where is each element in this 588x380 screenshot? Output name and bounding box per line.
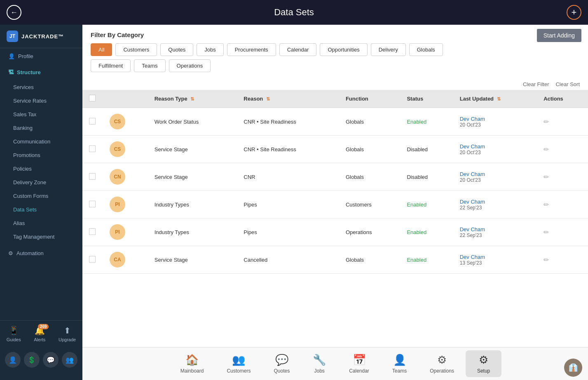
row-avatar-row2: CS — [110, 141, 125, 157]
nav-mainboard[interactable]: 🏠 Mainboard — [169, 350, 216, 377]
row-checkbox-row6[interactable] — [89, 256, 96, 263]
row-avatar-cell: CA — [103, 246, 148, 274]
sidebar-item-profile[interactable]: 👤 Profile — [0, 48, 82, 64]
nav-teams[interactable]: 👤 Teams — [381, 350, 418, 377]
quotes-icon: 💬 — [275, 354, 288, 366]
filter-teams[interactable]: Teams — [134, 59, 165, 72]
row-edit-row3[interactable]: ✏ — [543, 174, 549, 181]
sidebar-item-sales-tax[interactable]: Sales Tax — [0, 108, 82, 121]
page-title: Data Sets — [274, 7, 314, 18]
row-reason-cell: Cancelled — [237, 246, 339, 274]
content-area: Start Adding Filter By Category All Cust… — [82, 25, 588, 347]
clear-sort-button[interactable]: Clear Sort — [555, 81, 580, 87]
row-edit-row4[interactable]: ✏ — [543, 201, 549, 208]
row-checkbox-row4[interactable] — [89, 201, 96, 207]
row-actions-cell: ✏ — [537, 218, 588, 246]
row-status-cell: Enabled — [400, 108, 453, 136]
table-row: CA Service Stage Cancelled Globals Enabl… — [82, 246, 588, 274]
col-reason[interactable]: Reason ⇅ — [237, 90, 339, 108]
row-last-updated-cell: Dev Cham 20 Oct'23 — [453, 136, 537, 163]
sidebar-item-tag-management[interactable]: Tag Management — [0, 230, 82, 244]
filter-customers[interactable]: Customers — [115, 43, 157, 56]
filter-quotes[interactable]: Quotes — [160, 43, 193, 56]
sidebar-item-service-rates[interactable]: Service Rates — [0, 94, 82, 108]
sidebar-item-services[interactable]: Services — [0, 80, 82, 94]
add-button[interactable]: + — [567, 5, 581, 20]
guides-button[interactable]: 📱 Guides — [7, 326, 21, 342]
row-function-cell: Globals — [339, 246, 401, 274]
select-all-checkbox[interactable] — [89, 95, 96, 101]
nav-jobs[interactable]: 🔧 Jobs — [301, 350, 337, 377]
filter-delivery[interactable]: Delivery — [371, 43, 406, 56]
alerts-label: Alerts — [34, 337, 45, 342]
filter-opportunities[interactable]: Opportunities — [320, 43, 367, 56]
row-function-cell: Globals — [339, 108, 401, 136]
bottom-dollar-icon[interactable]: 💲 — [24, 352, 40, 368]
sidebar-item-banking[interactable]: Banking — [0, 121, 82, 135]
sidebar-item-policies[interactable]: Policies — [0, 162, 82, 176]
row-updated-by-row5: Dev Cham — [460, 226, 530, 232]
col-reason-type-label: Reason Type — [155, 96, 187, 102]
back-button[interactable]: ← — [7, 5, 21, 20]
filter-jobs[interactable]: Jobs — [197, 43, 223, 56]
sort-last-updated-icon: ⇅ — [497, 96, 501, 101]
col-status-label: Status — [407, 96, 423, 102]
sidebar-label-communication: Communication — [13, 138, 50, 145]
bottom-user-icon[interactable]: 👤 — [5, 352, 21, 368]
row-checkbox-cell — [82, 218, 103, 246]
nav-operations[interactable]: ⚙ Operations — [418, 350, 466, 377]
row-avatar-row3: CN — [110, 169, 125, 185]
nav-customers[interactable]: 👥 Customers — [215, 350, 262, 377]
row-function-cell: Globals — [339, 163, 401, 191]
col-reason-type[interactable]: Reason Type ⇅ — [148, 90, 237, 108]
row-last-updated-cell: Dev Cham 20 Oct'23 — [453, 163, 537, 191]
sidebar-item-alias[interactable]: Alias — [0, 216, 82, 230]
row-checkbox-row1[interactable] — [89, 118, 96, 124]
row-status-row4: Enabled — [407, 202, 426, 208]
sidebar-item-data-sets[interactable]: Data Sets — [0, 203, 82, 216]
row-avatar-row4: PI — [110, 197, 125, 212]
col-last-updated[interactable]: Last Updated ⇅ — [453, 90, 537, 108]
sidebar-item-custom-forms[interactable]: Custom Forms — [0, 189, 82, 203]
sidebar-bottom-icons: 👤 💲 💬 👥 — [0, 347, 82, 373]
row-reason-cell: CNR • Site Readiness — [237, 108, 339, 136]
table-row: CN Service Stage CNR Globals Disabled De… — [82, 163, 588, 191]
filter-all[interactable]: All — [91, 43, 112, 56]
col-checkbox — [82, 90, 103, 108]
profile-avatar[interactable]: 👔 — [564, 359, 582, 377]
row-updated-date-row3: 20 Oct'23 — [460, 177, 530, 183]
nav-quotes[interactable]: 💬 Quotes — [262, 350, 301, 377]
row-checkbox-row5[interactable] — [89, 228, 96, 235]
clear-filter-button[interactable]: Clear Filter — [523, 81, 549, 87]
filter-globals[interactable]: Globals — [409, 43, 443, 56]
row-edit-row2[interactable]: ✏ — [543, 146, 549, 153]
filter-calendar[interactable]: Calendar — [279, 43, 317, 56]
row-checkbox-row2[interactable] — [89, 145, 96, 152]
alerts-badge: 269 — [38, 324, 49, 329]
sidebar-item-delivery-zone[interactable]: Delivery Zone — [0, 176, 82, 189]
row-status-cell: Disabled — [400, 136, 453, 163]
sidebar-item-structure[interactable]: 🏗 Structure — [0, 64, 82, 80]
row-updated-by-row6: Dev Cham — [460, 254, 530, 260]
nav-setup[interactable]: ⚙ Setup — [466, 350, 501, 377]
row-reason-type-cell: Service Stage — [148, 136, 237, 163]
sidebar-item-promotions[interactable]: Promotions — [0, 148, 82, 162]
start-adding-button[interactable]: Start Adding — [537, 29, 581, 42]
bottom-group-icon[interactable]: 👥 — [62, 352, 77, 368]
row-reason-type-cell: Service Stage — [148, 246, 237, 274]
sidebar-item-communication[interactable]: Communication — [0, 135, 82, 148]
row-edit-row5[interactable]: ✏ — [543, 229, 549, 236]
upgrade-button[interactable]: ⬆ Upgrade — [59, 326, 76, 342]
nav-calendar[interactable]: 📅 Calendar — [337, 350, 381, 377]
nav-mainboard-label: Mainboard — [180, 368, 204, 374]
sidebar-item-automation[interactable]: ⚙ Automation — [0, 245, 82, 261]
bottom-chat-icon[interactable]: 💬 — [43, 352, 59, 368]
filter-operations[interactable]: Operations — [169, 59, 211, 72]
row-edit-row1[interactable]: ✏ — [543, 118, 549, 125]
logo-text: JACKTRADE™ — [21, 33, 64, 40]
filter-fulfillment[interactable]: Fulfillment — [91, 59, 131, 72]
row-edit-row6[interactable]: ✏ — [543, 256, 549, 263]
row-checkbox-row3[interactable] — [89, 173, 96, 180]
filter-procurements[interactable]: Procurements — [227, 43, 276, 56]
alerts-button[interactable]: 🔔 269 Alerts — [34, 326, 45, 342]
